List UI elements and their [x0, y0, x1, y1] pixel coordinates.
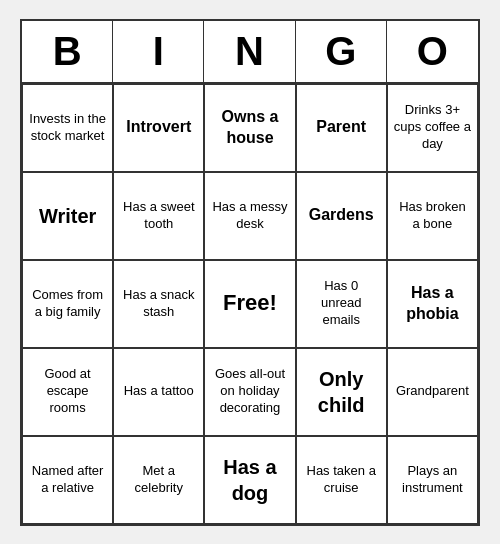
bingo-cell-12[interactable]: Free! [204, 260, 295, 348]
bingo-cell-8[interactable]: Gardens [296, 172, 387, 260]
bingo-cell-18[interactable]: Only child [296, 348, 387, 436]
bingo-cell-5[interactable]: Writer [22, 172, 113, 260]
bingo-cell-11[interactable]: Has a snack stash [113, 260, 204, 348]
bingo-cell-16[interactable]: Has a tattoo [113, 348, 204, 436]
bingo-cell-7[interactable]: Has a messy desk [204, 172, 295, 260]
bingo-letter-b: B [22, 21, 113, 82]
bingo-cell-24[interactable]: Plays an instrument [387, 436, 478, 524]
bingo-letter-n: N [204, 21, 295, 82]
bingo-cell-19[interactable]: Grandparent [387, 348, 478, 436]
bingo-cell-15[interactable]: Good at escape rooms [22, 348, 113, 436]
bingo-cell-2[interactable]: Owns a house [204, 84, 295, 172]
bingo-cell-20[interactable]: Named after a relative [22, 436, 113, 524]
bingo-cell-9[interactable]: Has broken a bone [387, 172, 478, 260]
bingo-cell-1[interactable]: Introvert [113, 84, 204, 172]
bingo-cell-22[interactable]: Has a dog [204, 436, 295, 524]
bingo-cell-21[interactable]: Met a celebrity [113, 436, 204, 524]
bingo-header: BINGO [22, 21, 478, 84]
bingo-cell-23[interactable]: Has taken a cruise [296, 436, 387, 524]
bingo-cell-4[interactable]: Drinks 3+ cups coffee a day [387, 84, 478, 172]
bingo-letter-g: G [296, 21, 387, 82]
bingo-cell-3[interactable]: Parent [296, 84, 387, 172]
bingo-grid: Invests in the stock marketIntrovertOwns… [22, 84, 478, 524]
bingo-letter-i: I [113, 21, 204, 82]
bingo-letter-o: O [387, 21, 478, 82]
bingo-cell-0[interactable]: Invests in the stock market [22, 84, 113, 172]
bingo-cell-14[interactable]: Has a phobia [387, 260, 478, 348]
bingo-card: BINGO Invests in the stock marketIntrove… [20, 19, 480, 526]
bingo-cell-13[interactable]: Has 0 unread emails [296, 260, 387, 348]
bingo-cell-17[interactable]: Goes all-out on holiday decorating [204, 348, 295, 436]
bingo-cell-6[interactable]: Has a sweet tooth [113, 172, 204, 260]
bingo-cell-10[interactable]: Comes from a big family [22, 260, 113, 348]
